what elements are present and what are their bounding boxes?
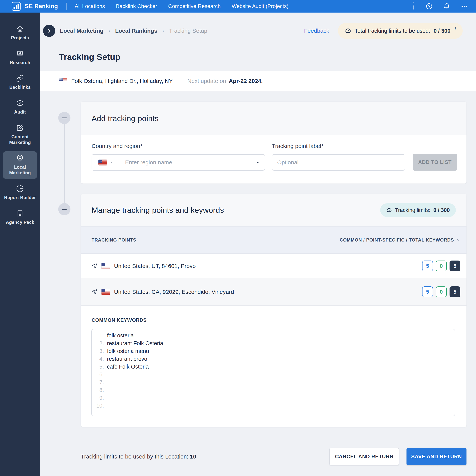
keyword-line: 1.folk osteria — [92, 332, 455, 340]
info-mark[interactable]: i — [455, 26, 456, 31]
keyword-text: cafe Folk Osteria — [107, 364, 149, 370]
keyword-number: 6. — [92, 371, 104, 378]
gauge-icon — [386, 207, 392, 213]
country-region-controls: Enter region name — [92, 154, 265, 170]
collapse-manage-section-button[interactable] — [58, 203, 71, 215]
keyword-number: 8. — [92, 387, 104, 393]
table-row[interactable]: United States, CA, 92029, Escondido, Vin… — [81, 278, 466, 306]
breadcrumb-local-rankings[interactable]: Local Rankings — [115, 28, 157, 34]
tracking-point-name: United States, UT, 84601, Provo — [114, 262, 196, 270]
collapse-add-section-button[interactable] — [58, 112, 71, 124]
info-mark[interactable]: i — [322, 142, 323, 147]
audit-check-icon — [16, 99, 24, 107]
brand-name: SE Ranking — [25, 3, 58, 10]
country-region-label: Country and regioni — [92, 143, 265, 149]
edit-icon — [16, 124, 24, 132]
sidebar-item-label: Audit — [14, 109, 26, 115]
table-header: TRACKING POINTS COMMON / POINT-SPECIFIC … — [81, 226, 466, 254]
minus-icon — [62, 209, 67, 210]
us-flag-icon — [101, 263, 110, 269]
keyword-number: 4. — [92, 356, 104, 362]
help-icon[interactable] — [426, 3, 433, 10]
keyword-number: 5. — [92, 364, 104, 370]
send-icon — [92, 263, 97, 269]
sidebar-item-label: Backlinks — [9, 85, 31, 90]
sidebar-item-backlinks[interactable]: Backlinks — [3, 71, 37, 93]
sidebar-item-local-marketing[interactable]: Local Marketing — [3, 151, 37, 179]
step-rail-line — [64, 124, 65, 203]
point-specific-keywords-badge[interactable]: 0 — [436, 260, 447, 271]
sidebar-item-research[interactable]: Research — [3, 47, 37, 68]
keyword-number: 2. — [92, 340, 104, 346]
nav-all-locations[interactable]: All Locations — [75, 3, 105, 9]
sidebar-collapse-button[interactable] — [43, 25, 55, 37]
common-keywords-editor[interactable]: 1.folk osteria 2.restaurant Folk Osteria… — [92, 329, 455, 416]
top-nav: All Locations Backlink Checker Competiti… — [75, 3, 289, 9]
se-ranking-logo-icon[interactable] — [12, 2, 20, 11]
sidebar-item-projects[interactable]: Projects — [3, 22, 37, 44]
limits-banner-label: Total tracking limits to be used: — [355, 28, 430, 34]
keyword-number: 10. — [92, 403, 104, 409]
keyword-text: restaurant Folk Osteria — [107, 340, 163, 346]
keyword-text: folk osteria menu — [107, 348, 149, 354]
add-to-list-button[interactable]: ADD TO LIST — [413, 154, 457, 170]
keyword-line: 9. — [92, 394, 455, 402]
common-keywords-label: COMMON KEYWORDS — [92, 317, 146, 323]
point-specific-keywords-badge[interactable]: 0 — [436, 286, 447, 297]
breadcrumb-local-marketing[interactable]: Local Marketing — [60, 28, 103, 34]
keywords-header-label: COMMON / POINT-SPECIFIC / TOTAL KEYWORDS — [340, 237, 454, 243]
nav-website-audit[interactable]: Website Audit (Projects) — [232, 3, 289, 9]
tracking-limits-badge: Tracking limits: 0 / 300 — [380, 203, 456, 217]
info-mark[interactable]: i — [141, 142, 142, 147]
keyword-text: restaurant provo — [107, 356, 147, 362]
limits-banner-value: 0 / 300 — [434, 28, 451, 34]
country-region-label-text: Country and region — [92, 143, 140, 149]
add-tracking-points-card: Add tracking points Country and regioni … — [81, 102, 466, 184]
cancel-and-return-button[interactable]: CANCEL AND RETURN — [330, 448, 399, 465]
total-keywords-badge: 5 — [450, 260, 460, 271]
total-tracking-limits-banner: Total tracking limits to be used: 0 / 30… — [338, 23, 463, 39]
nav-backlink-checker[interactable]: Backlink Checker — [116, 3, 157, 9]
nav-competitive-research[interactable]: Competitive Research — [168, 3, 220, 9]
sidebar-item-audit[interactable]: Audit — [3, 96, 37, 118]
keyword-line: 10. — [92, 402, 455, 410]
common-keywords-badge[interactable]: 5 — [422, 260, 433, 271]
sidebar-item-report-builder[interactable]: Report Builder — [3, 182, 37, 204]
sidebar-item-label: Report Builder — [4, 195, 36, 201]
keyword-line: 3.folk osteria menu — [92, 347, 455, 355]
top-navigation-bar: SE Ranking All Locations Backlink Checke… — [0, 0, 476, 13]
location-name: Folk Osteria, Highland Dr., Holladay, NY — [71, 78, 173, 84]
manage-title: Manage tracking points and keywords — [92, 206, 224, 215]
sidebar-item-label: Local Marketing — [4, 164, 36, 176]
common-keywords-badge[interactable]: 5 — [422, 286, 433, 297]
tracking-point-label-input[interactable] — [272, 154, 405, 170]
send-icon — [92, 289, 97, 295]
breadcrumb-tracking-setup: Tracking Setup — [169, 28, 207, 34]
keyword-line: 6. — [92, 371, 455, 378]
bell-icon[interactable] — [443, 3, 450, 10]
save-and-return-button[interactable]: SAVE AND RETURN — [406, 448, 466, 465]
keyword-counts-cell: 5 0 5 — [314, 254, 466, 278]
table-row[interactable]: United States, UT, 84601, Provo 5 0 5 — [81, 254, 466, 278]
chevron-down-icon — [256, 160, 260, 164]
home-icon — [16, 25, 24, 33]
tracking-point-label: Tracking point labeli — [272, 143, 405, 149]
breadcrumb-row: Local Marketing › Local Rankings › Track… — [40, 22, 476, 40]
chevron-down-icon — [110, 160, 113, 164]
gauge-icon — [345, 28, 351, 34]
table-header-keywords-sort[interactable]: COMMON / POINT-SPECIFIC / TOTAL KEYWORDS — [314, 226, 466, 254]
topbar-divider — [66, 3, 67, 10]
region-select[interactable]: Enter region name — [120, 154, 265, 170]
manage-tracking-points-card: Manage tracking points and keywords Trac… — [81, 194, 466, 427]
country-select[interactable] — [92, 154, 120, 170]
feedback-link[interactable]: Feedback — [304, 28, 329, 34]
country-region-group: Country and regioni Enter region name — [92, 143, 265, 170]
more-icon[interactable] — [461, 3, 468, 10]
tracking-point-label-group: Tracking point labeli — [272, 143, 405, 170]
sidebar-item-agency-pack[interactable]: Agency Pack — [3, 206, 37, 228]
tracking-point-cell: United States, CA, 92029, Escondido, Vin… — [81, 278, 314, 306]
sidebar-item-content-marketing[interactable]: Content Marketing — [3, 121, 37, 148]
keyword-text: folk osteria — [107, 332, 134, 339]
research-icon — [16, 50, 24, 57]
region-select-placeholder: Enter region name — [125, 159, 172, 166]
